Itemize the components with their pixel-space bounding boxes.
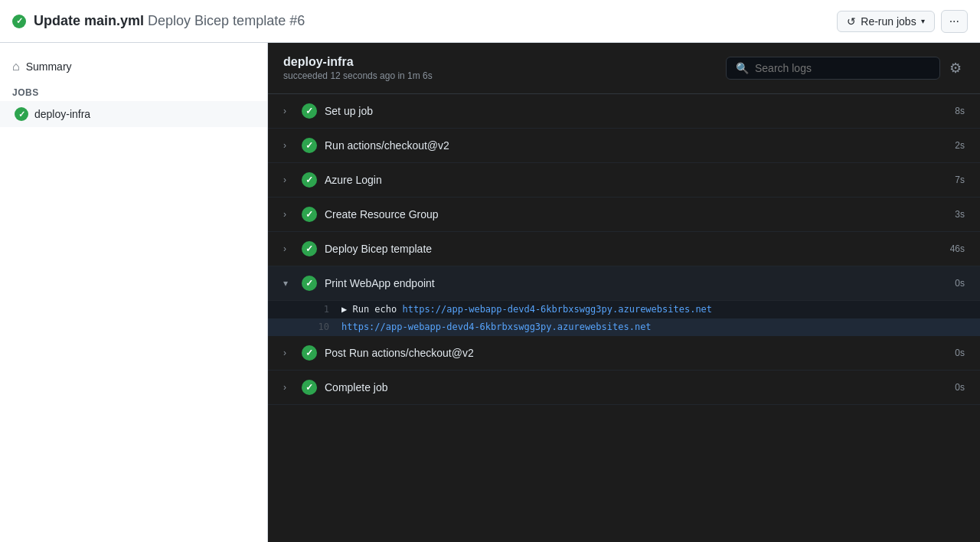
steps-list: › Set up job 8s › Run actions/checkout@v… <box>268 94 980 405</box>
step-name: Print WebApp endpoint <box>325 277 435 289</box>
search-logs-area: 🔍 ⚙ <box>726 57 965 80</box>
step-success-icon <box>302 172 317 188</box>
title-muted: Deploy Bicep template #6 <box>148 13 305 28</box>
step-success-icon <box>302 103 317 119</box>
more-options-button[interactable]: ··· <box>941 10 968 33</box>
rerun-jobs-button[interactable]: ↺ Re-run jobs ▾ <box>837 11 934 32</box>
header-title-group: Update main.yml Deploy Bicep template #6 <box>12 13 305 29</box>
step-success-icon <box>302 241 317 256</box>
deploy-subtitle: succeeded 12 seconds ago in 1m 6s <box>283 70 433 81</box>
step-name: Set up job <box>325 105 373 117</box>
log-line: 1▶ Run echo https://app-webapp-devd4-6kb… <box>268 301 980 318</box>
chevron-down-icon: ▾ <box>921 17 925 25</box>
log-content: deploy-infra succeeded 12 seconds ago in… <box>268 43 980 542</box>
step-duration: 0s <box>955 278 965 289</box>
log-line-number: 10 <box>306 320 329 335</box>
step-row-run-checkout[interactable]: › Run actions/checkout@v2 2s <box>268 129 980 163</box>
step-success-icon <box>302 138 317 153</box>
step-left-create-resource-group: › Create Resource Group <box>283 207 439 222</box>
deploy-header: deploy-infra succeeded 12 seconds ago in… <box>268 43 980 94</box>
sidebar-job-deploy-infra[interactable]: deploy-infra <box>0 101 267 127</box>
chevron-icon: › <box>283 209 294 220</box>
log-area-print-webapp-endpoint: 1▶ Run echo https://app-webapp-devd4-6kb… <box>268 301 980 336</box>
step-success-icon <box>302 345 317 361</box>
step-row-post-run-checkout[interactable]: › Post Run actions/checkout@v2 0s <box>268 336 980 371</box>
step-name: Complete job <box>325 381 388 393</box>
rerun-icon: ↺ <box>847 15 856 28</box>
search-input[interactable] <box>755 62 930 74</box>
rerun-label: Re-run jobs <box>861 15 916 28</box>
home-icon: ⌂ <box>12 60 20 73</box>
log-line-text: ▶ Run echo https://app-webapp-devd4-6kbr… <box>341 302 965 317</box>
step-duration: 46s <box>950 243 965 254</box>
chevron-icon: › <box>283 348 294 358</box>
step-left-print-webapp-endpoint: ▾ Print WebApp endpoint <box>283 276 435 291</box>
step-left-azure-login: › Azure Login <box>283 172 382 188</box>
log-line-number: 1 <box>306 302 329 317</box>
step-name: Create Resource Group <box>325 208 439 220</box>
step-name: Azure Login <box>325 174 382 186</box>
log-text-prefix: ▶ Run echo <box>341 304 402 315</box>
step-row-set-up-job[interactable]: › Set up job 8s <box>268 94 980 129</box>
more-label: ··· <box>949 15 959 28</box>
step-row-deploy-bicep[interactable]: › Deploy Bicep template 46s <box>268 232 980 266</box>
chevron-icon: › <box>283 140 294 151</box>
chevron-icon: › <box>283 382 294 393</box>
step-name: Deploy Bicep template <box>325 243 432 255</box>
step-left-complete-job: › Complete job <box>283 380 388 395</box>
step-success-icon <box>302 276 317 291</box>
step-success-icon <box>302 207 317 222</box>
settings-button[interactable]: ⚙ <box>946 57 965 80</box>
step-row-create-resource-group[interactable]: › Create Resource Group 3s <box>268 198 980 232</box>
step-row-azure-login[interactable]: › Azure Login 7s <box>268 163 980 198</box>
sidebar-job-label: deploy-infra <box>34 108 90 120</box>
page-header: Update main.yml Deploy Bicep template #6… <box>0 0 980 43</box>
chevron-icon: › <box>283 243 294 254</box>
log-link[interactable]: https://app-webapp-devd4-6kbrbxswgg3py.a… <box>341 322 652 332</box>
gear-icon: ⚙ <box>949 60 962 76</box>
header-actions: ↺ Re-run jobs ▾ ··· <box>837 10 968 33</box>
step-duration: 0s <box>955 348 965 358</box>
search-icon: 🔍 <box>736 62 749 74</box>
log-line-text: https://app-webapp-devd4-6kbrbxswgg3py.a… <box>341 320 965 335</box>
search-input-wrap[interactable]: 🔍 <box>726 57 940 80</box>
step-left-deploy-bicep: › Deploy Bicep template <box>283 241 432 256</box>
run-success-icon <box>12 15 26 28</box>
log-link[interactable]: https://app-webapp-devd4-6kbrbxswgg3py.a… <box>402 304 712 315</box>
step-row-print-webapp-endpoint[interactable]: ▾ Print WebApp endpoint 0s <box>268 266 980 301</box>
page-title: Update main.yml Deploy Bicep template #6 <box>34 13 305 29</box>
sidebar-summary-link[interactable]: ⌂ Summary <box>0 55 267 78</box>
step-name: Run actions/checkout@v2 <box>325 139 449 152</box>
sidebar-jobs-label: Jobs <box>0 78 267 101</box>
title-bold: Update main.yml <box>34 13 144 28</box>
step-left-run-checkout: › Run actions/checkout@v2 <box>283 138 449 153</box>
deploy-title: deploy-infra <box>283 55 433 69</box>
step-duration: 3s <box>955 209 965 220</box>
step-success-icon <box>302 380 317 395</box>
step-row-complete-job[interactable]: › Complete job 0s <box>268 371 980 405</box>
step-duration: 7s <box>955 175 965 185</box>
deploy-info: deploy-infra succeeded 12 seconds ago in… <box>283 55 433 81</box>
main-layout: ⌂ Summary Jobs deploy-infra deploy-infra… <box>0 43 980 542</box>
chevron-icon: › <box>283 106 294 116</box>
step-duration: 8s <box>955 106 965 116</box>
chevron-icon: › <box>283 175 294 185</box>
chevron-icon: ▾ <box>283 278 294 289</box>
step-duration: 2s <box>955 140 965 151</box>
sidebar-summary-label: Summary <box>26 60 72 73</box>
log-line: 10https://app-webapp-devd4-6kbrbxswgg3py… <box>268 318 980 336</box>
step-name: Post Run actions/checkout@v2 <box>325 347 474 359</box>
step-left-post-run-checkout: › Post Run actions/checkout@v2 <box>283 345 474 361</box>
sidebar: ⌂ Summary Jobs deploy-infra <box>0 43 268 542</box>
job-success-icon <box>15 107 28 121</box>
step-duration: 0s <box>955 382 965 393</box>
step-left-set-up-job: › Set up job <box>283 103 373 119</box>
